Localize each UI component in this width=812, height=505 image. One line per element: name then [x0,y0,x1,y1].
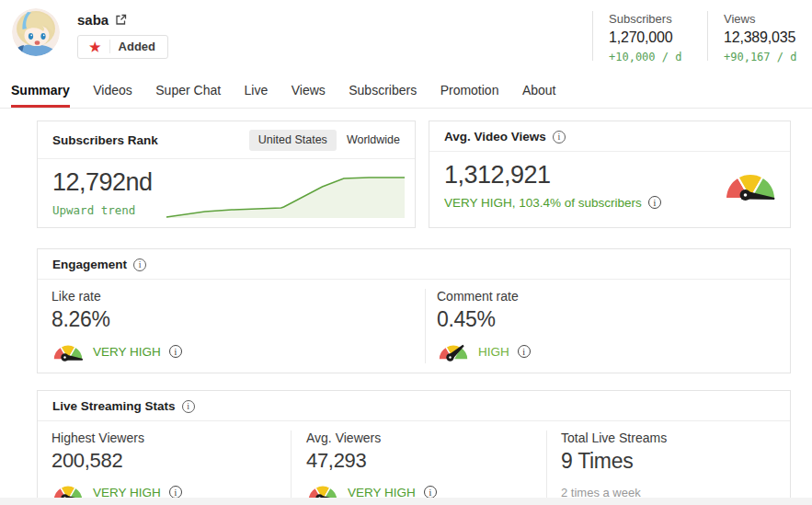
highest-viewers-label: Highest Viewers [51,430,291,445]
avg-views-block: 1,312,921 VERY HIGH, 103.4% of subscribe… [429,161,661,212]
like-rate-rating: VERY HIGH [93,345,161,359]
subscribers-stat: Subscribers 1,270,000 +10,000 / d [592,11,707,61]
tab-live[interactable]: Live [245,83,269,108]
avg-views-value: 1,312,921 [444,161,661,189]
metric-highest-viewers: Highest Viewers 200,582 VERY HIGH [38,430,291,504]
tab-super-chat[interactable]: Super Chat [155,83,221,108]
subscribers-rank-card: Subscribers Rank United States Worldwide… [37,121,416,228]
region-toggle: United States Worldwide [249,130,400,151]
info-icon[interactable] [169,345,182,358]
engagement-title: Engagement [52,258,127,271]
subscribers-rank-title: Subscribers Rank [52,133,158,147]
info-icon[interactable] [169,486,182,499]
gauge-icon [51,339,85,363]
comment-rate-value: 0.45% [437,307,790,332]
page-bottom-strip [0,498,812,505]
avg-video-views-title: Avg. Video Views [444,130,546,143]
tab-views[interactable]: Views [292,83,326,108]
avg-viewers-value: 47,293 [306,449,546,473]
views-stat-label: Views [724,12,805,26]
metric-total-live-streams: Total Live Streams 9 Times 2 times a wee… [546,430,790,504]
tab-videos[interactable]: Videos [93,83,132,108]
subscribers-stat-label: Subscribers [609,12,707,26]
rank-value: 12,792nd [52,168,165,197]
views-stat: Views 12,389,035 +90,167 / d [707,11,805,61]
external-link-icon[interactable] [115,14,127,26]
total-streams-value: 9 Times [561,449,790,474]
engagement-card: Engagement Like rate 8.26% VERY HIGH Com… [37,248,791,373]
rank-block: 12,792nd Upward trend [38,159,165,227]
rank-trend-chart [165,173,406,221]
info-icon[interactable] [182,400,195,413]
channel-avatar[interactable] [12,8,60,56]
subscribers-stat-delta: +10,000 / d [609,51,707,63]
region-united-states-button[interactable]: United States [249,130,337,151]
channel-header: saba Added Subscribers 1,270,000 +10,000… [0,0,812,66]
star-icon [89,40,101,53]
tab-subscribers[interactable]: Subscribers [349,83,417,108]
summary-content: Subscribers Rank United States Worldwide… [0,109,812,505]
like-rate-value: 8.26% [51,307,425,332]
live-stats-title: Live Streaming Stats [52,399,176,413]
section-tabs: Summary Videos Super Chat Live Views Sub… [0,71,812,109]
views-stat-value: 12,389,035 [724,29,805,46]
views-stat-delta: +90,167 / d [724,51,805,63]
metric-avg-viewers: Avg. Viewers 47,293 VERY HIGH [291,430,546,504]
added-favorite-button[interactable]: Added [77,35,168,59]
like-rate-label: Like rate [51,289,425,304]
subscribers-stat-value: 1,270,000 [609,29,707,46]
metric-like-rate: Like rate 8.26% VERY HIGH [38,289,425,363]
avg-video-views-card: Avg. Video Views 1,312,921 VERY HIGH, 10… [429,121,791,228]
tab-about[interactable]: About [522,83,556,108]
info-icon[interactable] [648,196,661,209]
metric-comment-rate: Comment rate 0.45% HIGH [425,289,790,363]
highest-viewers-value: 200,582 [51,449,291,473]
info-icon[interactable] [553,131,566,143]
avatar-illustration [12,8,60,56]
comment-rate-label: Comment rate [437,289,790,304]
comment-rate-rating: HIGH [478,345,509,359]
avg-views-rating: VERY HIGH, 103.4% of subscribers [444,196,642,210]
total-streams-label: Total Live Streams [561,430,790,445]
channel-topline-stats: Subscribers 1,270,000 +10,000 / d Views … [592,8,805,61]
live-streaming-stats-card: Live Streaming Stats Highest Viewers 200… [37,390,791,505]
rank-trend-label: Upward trend [52,203,165,217]
added-label: Added [119,40,155,53]
region-worldwide-button[interactable]: Worldwide [337,130,400,151]
tab-summary[interactable]: Summary [11,83,70,108]
channel-identity: saba Added [77,8,168,59]
button-divider [109,40,110,53]
tab-promotion[interactable]: Promotion [440,83,499,108]
channel-name: saba [77,12,109,28]
gauge-icon [723,167,778,204]
info-icon[interactable] [424,486,437,499]
info-icon[interactable] [133,258,146,271]
gauge-icon [437,339,470,363]
avg-viewers-label: Avg. Viewers [306,430,546,445]
info-icon[interactable] [518,345,531,358]
